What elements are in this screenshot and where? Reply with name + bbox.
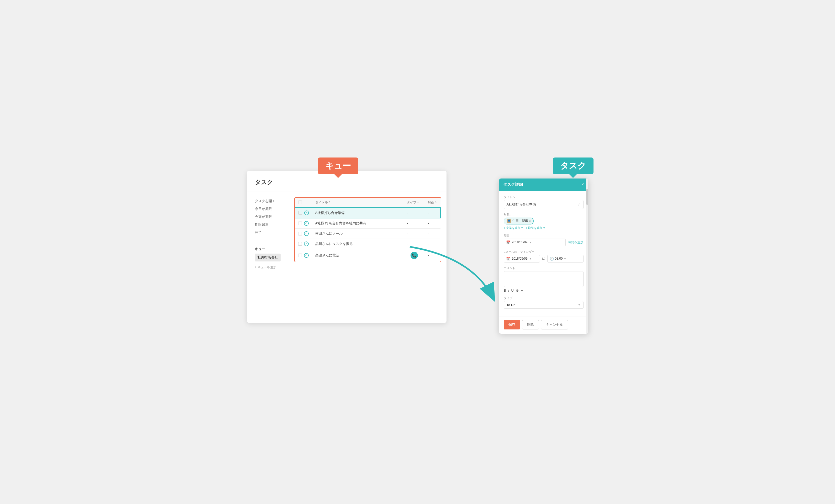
row-check-cell[interactable]: ✓ <box>295 249 312 262</box>
date-row: 📅 2018/05/09 ▼ 時間を追加 <box>504 239 584 246</box>
row-checkbox[interactable] <box>298 242 302 246</box>
table-row[interactable]: ✓ 品川さんにタスクを振る - - <box>295 239 441 249</box>
reminder-date-value: 2018/05/09 <box>512 257 528 260</box>
row-title[interactable]: 高波さんに電話 <box>312 249 404 262</box>
row-title[interactable]: A社様打ち合せ準備 <box>312 208 404 218</box>
row-target: - <box>425 239 441 249</box>
reminder-time-value: 08:00 <box>555 257 563 260</box>
task-table: タイトル ÷ タイプ ÷ 対条 ÷ <box>295 198 441 262</box>
checkmark-icon: ✓ <box>305 222 307 225</box>
row-checkbox[interactable] <box>298 222 302 225</box>
reminder-time-select[interactable]: 🕗 08:00 ▼ <box>547 255 584 262</box>
col-check-header <box>295 198 312 208</box>
select-all-checkbox[interactable] <box>298 201 302 204</box>
toolbar-link[interactable]: ⊕ <box>516 288 519 293</box>
row-target: - <box>425 228 441 239</box>
tag-name: 牛田 聖鋼 <box>512 219 528 223</box>
save-button[interactable]: 保存 <box>504 320 520 329</box>
row-type: 📞 <box>404 249 425 262</box>
sidebar-nav: タスクを開く 今日が期限 今週が期限 期限超過 完了 <box>255 197 289 237</box>
check-circle-icon: ✓ <box>304 221 309 226</box>
table-row[interactable]: ✓ A社様 打ち合せ内容を社内に共有 - - <box>295 218 441 229</box>
row-checkbox[interactable] <box>298 254 302 257</box>
main-panel: タスク タスクを開く 今日が期限 今週が期限 期限超過 完了 キュー 社外打ち合… <box>247 170 447 323</box>
row-check-cell[interactable]: ✓ <box>295 208 312 218</box>
row-type: - <box>404 228 425 239</box>
toolbar-bold[interactable]: B <box>504 288 506 293</box>
comment-label: コメント <box>504 266 584 270</box>
checkmark-icon: ✓ <box>305 232 307 235</box>
detail-close-button[interactable]: × <box>582 182 584 187</box>
panel-title: タスク <box>247 179 447 192</box>
detail-panel: タスク詳細 × タイトル A社様打ち合せ準備 ✓ 対象： 👤 牛田 聖鋼 <box>499 179 588 334</box>
type-value: To Do <box>507 303 515 307</box>
detail-field-date: 期日 📅 2018/05/09 ▼ 時間を追加 <box>504 234 584 246</box>
row-check-cell[interactable]: ✓ <box>295 228 312 239</box>
row-target: - <box>425 218 441 229</box>
time-add-label[interactable]: 時間を追加 <box>568 240 584 245</box>
col-target-header[interactable]: 対条 ÷ <box>425 198 441 208</box>
date-value: 2018/05/09 <box>512 240 528 244</box>
reminder-date-input[interactable]: 📅 2018/05/09 ▼ <box>504 255 540 262</box>
reminder-time-dropdown-icon: ▼ <box>564 257 567 260</box>
detail-field-title: タイトル A社様打ち合せ準備 ✓ <box>504 195 584 209</box>
row-title[interactable]: 品川さんにタスクを振る <box>312 239 404 249</box>
detail-header: タスク詳細 × <box>499 179 588 191</box>
sidebar-item-today[interactable]: 今日が期限 <box>255 205 289 213</box>
date-input[interactable]: 📅 2018/05/09 ▼ <box>504 239 566 246</box>
title-input[interactable]: A社様打ち合せ準備 ✓ <box>504 200 584 209</box>
callout-queue: キュー <box>318 158 358 174</box>
check-circle-icon: ✓ <box>304 242 309 246</box>
comment-textarea[interactable] <box>504 271 584 287</box>
row-checkbox[interactable] <box>298 232 302 236</box>
comment-toolbar: B I U ⊕ ≡ <box>504 288 584 293</box>
phone-icon: 📞 <box>410 252 418 259</box>
add-company-link[interactable]: + 企業を追加 ▾ <box>504 226 523 230</box>
row-checkbox[interactable] <box>299 211 302 215</box>
sidebar-item-done[interactable]: 完了 <box>255 229 289 237</box>
task-table-wrapper: タイトル ÷ タイプ ÷ 対条 ÷ <box>294 197 441 262</box>
task-area: タイトル ÷ タイプ ÷ 対条 ÷ <box>289 197 447 269</box>
detail-field-comment: コメント B I U ⊕ ≡ <box>504 266 584 293</box>
col-title-header[interactable]: タイトル ÷ <box>312 198 404 208</box>
col-type-header[interactable]: タイプ ÷ <box>404 198 425 208</box>
sidebar-item-overdue[interactable]: 期限超過 <box>255 221 289 229</box>
sidebar-item-week[interactable]: 今週が期限 <box>255 213 289 221</box>
type-select[interactable]: To Do ▼ <box>504 301 584 309</box>
reminder-label: Eメールのリマインダー <box>504 250 584 254</box>
toolbar-underline[interactable]: U <box>511 288 514 293</box>
delete-button[interactable]: 削除 <box>522 320 539 329</box>
detail-field-target: 対象： 👤 牛田 聖鋼 × + 企業を追加 ▾ + 取引を追加 ▾ <box>504 213 584 230</box>
table-row[interactable]: ✓ 横田さんにメール - - <box>295 228 441 239</box>
check-circle-icon: ✓ <box>304 253 309 258</box>
row-check-cell[interactable]: ✓ <box>295 218 312 229</box>
toolbar-italic[interactable]: I <box>508 288 509 293</box>
add-links: + 企業を追加 ▾ + 取引を追加 ▾ <box>504 226 584 230</box>
detail-field-type: タイプ To Do ▼ <box>504 296 584 309</box>
detail-scrollbar[interactable] <box>586 179 588 334</box>
table-row[interactable]: ✓ 高波さんに電話 📞 - <box>295 249 441 262</box>
row-check-cell[interactable]: ✓ <box>295 239 312 249</box>
reminder-row: 📅 2018/05/09 ▼ に 🕗 08:00 ▼ <box>504 255 584 262</box>
checkmark-icon: ✓ <box>305 242 307 245</box>
type-dropdown-icon: ▼ <box>578 303 581 306</box>
sidebar-item-active[interactable]: 社外打ち合せ <box>255 254 281 261</box>
add-deal-link[interactable]: + 取引を追加 ▾ <box>526 226 545 230</box>
sidebar-divider <box>255 243 289 243</box>
tag-remove-button[interactable]: × <box>529 219 531 223</box>
check-circle-icon: ✓ <box>304 231 309 236</box>
row-title[interactable]: A社様 打ち合せ内容を社内に共有 <box>312 218 404 229</box>
sidebar-item-open[interactable]: タスクを開く <box>255 197 289 205</box>
reminder-ni: に <box>542 257 545 261</box>
row-title[interactable]: 横田さんにメール <box>312 228 404 239</box>
toolbar-list[interactable]: ≡ <box>521 288 523 293</box>
sidebar-add-queue[interactable]: + キューを追加 <box>255 265 289 269</box>
row-type: - <box>404 218 425 229</box>
table-row[interactable]: ✓ A社様打ち合せ準備 - - <box>295 208 441 218</box>
sidebar: タスクを開く 今日が期限 今週が期限 期限超過 完了 キュー 社外打ち合せ + … <box>247 197 289 269</box>
scrollbar-thumb <box>586 189 588 205</box>
cancel-button[interactable]: キャンセル <box>541 320 568 329</box>
contact-tag[interactable]: 👤 牛田 聖鋼 × <box>504 218 534 224</box>
reminder-calendar-icon: 📅 <box>506 257 510 261</box>
type-label: タイプ <box>504 296 584 300</box>
